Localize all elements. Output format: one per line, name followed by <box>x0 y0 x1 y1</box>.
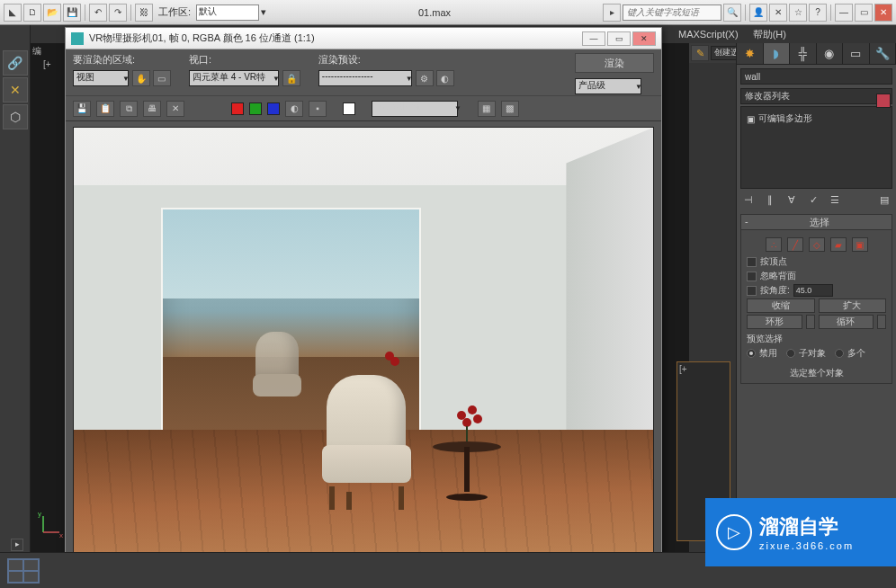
render-button[interactable]: 渲染 <box>575 53 654 73</box>
help-search-input[interactable] <box>623 4 721 21</box>
save-image-icon[interactable]: 💾 <box>73 101 91 117</box>
favorite-icon[interactable]: ☆ <box>789 4 807 22</box>
show-result-icon[interactable]: ∥ <box>762 192 778 208</box>
tool-icon-1[interactable]: ✎ <box>691 45 709 61</box>
subobj-element-icon[interactable]: ▣ <box>852 237 868 252</box>
swatch-icon[interactable] <box>343 102 355 115</box>
tab-create-icon[interactable]: ✸ <box>737 43 764 64</box>
radio-disable[interactable] <box>747 349 756 358</box>
grow-button[interactable]: 扩大 <box>819 298 887 313</box>
restore-icon[interactable]: ▭ <box>855 4 873 22</box>
close-app-icon[interactable]: ✕ <box>874 4 892 22</box>
render-titlebar[interactable]: VR物理摄影机01, 帧 0, RGBA 颜色 16 位/通道 (1:1) — … <box>66 28 661 49</box>
configure-icon[interactable]: ☰ <box>827 192 843 208</box>
viewport-dropdown[interactable]: 四元菜单 4 - VR特 <box>189 70 279 86</box>
tab-display-icon[interactable]: ▭ <box>843 43 870 64</box>
app-menu-icon[interactable]: ◣ <box>4 4 22 22</box>
project-icon[interactable]: ▸ <box>603 4 621 22</box>
search-icon[interactable]: 🔍 <box>723 4 741 22</box>
help-icon[interactable]: ? <box>809 4 827 22</box>
clear-icon[interactable]: ✕ <box>166 101 184 117</box>
menu-help[interactable]: 帮助(H) <box>753 28 786 41</box>
ring-button[interactable]: 环形 <box>747 315 802 329</box>
rendered-image <box>73 127 654 573</box>
workspace-label: 工作区: <box>158 5 191 19</box>
overlay-b-icon[interactable]: ▩ <box>501 101 519 117</box>
min-icon[interactable]: — <box>835 4 853 22</box>
axis-tripod-icon: yx <box>38 511 65 538</box>
render-frame-window: VR物理摄影机01, 帧 0, RGBA 颜色 16 位/通道 (1:1) — … <box>65 27 662 581</box>
signin-icon[interactable]: 👤 <box>749 4 767 22</box>
tab-modify-icon[interactable]: ◗ <box>764 43 791 64</box>
overlay-a-icon[interactable]: ▦ <box>478 101 496 117</box>
object-name-field[interactable]: wall <box>740 68 892 85</box>
tab-motion-icon[interactable]: ◉ <box>817 43 844 64</box>
command-tabs: ✸ ◗ ╬ ◉ ▭ 🔧 <box>737 43 896 65</box>
undo-icon[interactable]: ↶ <box>89 4 107 22</box>
main-toolbar: ◣ 🗋 📂 💾 ↶ ↷ ⛓ 工作区: 默认 ▾ 01.max ▸ 🔍 👤 ✕ ☆… <box>0 0 896 25</box>
unlink-icon[interactable]: ✕ <box>3 77 28 102</box>
loop-spinner-icon[interactable] <box>877 315 886 329</box>
radio-subobj[interactable] <box>786 349 795 358</box>
expand-icon[interactable]: ▣ <box>747 114 755 124</box>
production-dropdown[interactable]: 产品级 <box>575 78 641 94</box>
chk-by-angle[interactable] <box>747 286 757 296</box>
region-edit-icon[interactable]: ▭ <box>153 70 171 86</box>
workspace-dropdown[interactable]: 默认 <box>196 4 259 21</box>
modifier-list-dropdown[interactable]: 修改器列表▼ <box>740 88 892 104</box>
viewport-layout-icon[interactable] <box>7 558 40 584</box>
link-icon[interactable]: ⛓ <box>135 4 153 22</box>
alpha-channel-icon[interactable]: ◐ <box>285 101 303 117</box>
shrink-button[interactable]: 收缩 <box>747 298 815 313</box>
chk-by-vertex[interactable] <box>747 257 757 267</box>
preset-dropdown[interactable]: ----------------- <box>318 70 412 86</box>
subobj-edge-icon[interactable]: ╱ <box>787 237 803 252</box>
tab-hierarchy-icon[interactable]: ╬ <box>790 43 817 64</box>
minimize-icon[interactable]: — <box>582 31 605 46</box>
loop-button[interactable]: 循环 <box>819 315 874 329</box>
mono-icon[interactable]: ▪ <box>309 101 327 117</box>
modifier-stack[interactable]: ▣ 可编辑多边形 <box>740 106 892 189</box>
preset-label: 渲染预设: <box>318 53 454 67</box>
area-dropdown[interactable]: 视图 <box>73 70 129 86</box>
tab-utilities-icon[interactable]: 🔧 <box>870 43 897 64</box>
green-channel-icon[interactable] <box>249 102 262 115</box>
open-icon[interactable]: 📂 <box>43 4 61 22</box>
menu-maxscript[interactable]: MAXScript(X) <box>678 29 739 40</box>
exchange-icon[interactable]: ✕ <box>769 4 787 22</box>
render-setup-icon[interactable]: ⚙ <box>416 70 434 86</box>
select-link-icon[interactable]: 🔗 <box>3 50 28 76</box>
print-icon[interactable]: 🖶 <box>143 101 161 117</box>
selection-status: 选定整个对象 <box>747 367 886 379</box>
angle-spinner[interactable]: 45.0 <box>793 284 833 297</box>
channel-dropdown[interactable]: RGB Alpha <box>372 101 458 117</box>
subobj-vertex-icon[interactable]: ∴ <box>766 237 782 252</box>
copy-image-icon[interactable]: 📋 <box>96 101 114 117</box>
playback-icon[interactable]: ▸ <box>11 539 23 551</box>
remove-mod-icon[interactable]: ✓ <box>805 192 821 208</box>
close-icon[interactable]: ✕ <box>632 31 656 46</box>
save-icon[interactable]: 💾 <box>63 4 81 22</box>
environ-icon[interactable]: ◐ <box>436 70 454 86</box>
red-channel-icon[interactable] <box>231 102 244 115</box>
radio-multi[interactable] <box>835 349 844 358</box>
unique-icon[interactable]: ∀ <box>784 192 800 208</box>
sets-icon[interactable]: ▤ <box>876 192 892 208</box>
subobj-polygon-icon[interactable]: ▰ <box>830 237 847 252</box>
region-hand-icon[interactable]: ✋ <box>132 70 150 86</box>
pin-stack-icon[interactable]: ⊣ <box>740 192 757 208</box>
clone-icon[interactable]: ⧉ <box>120 101 138 117</box>
new-icon[interactable]: 🗋 <box>23 4 41 22</box>
svg-text:x: x <box>59 531 63 538</box>
redo-icon[interactable]: ↷ <box>109 4 127 22</box>
ring-spinner-icon[interactable] <box>806 315 815 329</box>
maximize-icon[interactable]: ▭ <box>607 31 631 46</box>
bind-icon[interactable]: ⬡ <box>3 104 28 129</box>
rollout-selection-header[interactable]: -选择 <box>740 214 892 230</box>
lock-viewport-icon[interactable]: 🔒 <box>282 70 300 86</box>
subobj-border-icon[interactable]: ◇ <box>809 237 825 252</box>
object-color-swatch[interactable] <box>876 94 891 108</box>
blue-channel-icon[interactable] <box>267 102 280 115</box>
chk-ignore-backface[interactable] <box>747 272 757 281</box>
viewport-label: 视口: <box>189 53 300 67</box>
